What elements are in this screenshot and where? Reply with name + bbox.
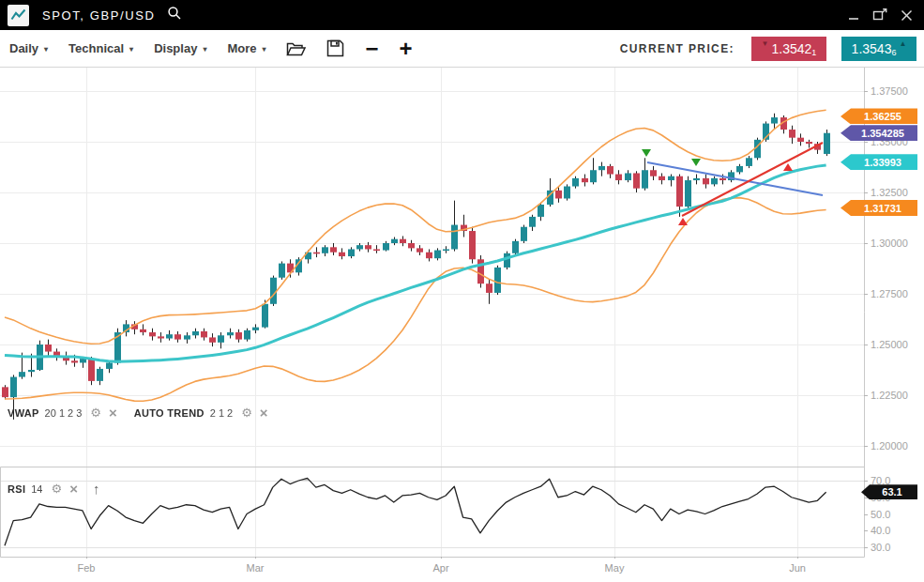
menu-more[interactable]: More▾ [227,41,265,55]
price-level-badge: 1.31731 [841,200,917,216]
rsi-legend-name: RSI [8,483,25,495]
ask-value: 1.3543 [852,41,892,56]
rsi-remove-icon[interactable]: × [69,483,78,494]
menu-display[interactable]: Display▾ [154,41,206,55]
autotrend-remove-icon[interactable]: × [260,407,268,418]
vwap-legend-params: 20 1 2 3 [45,407,83,419]
save-icon[interactable] [326,39,344,57]
time-axis-label: Feb [66,562,107,574]
autotrend-legend-params: 2 1 2 [210,407,233,419]
time-axis-label: Jun [777,562,818,574]
rsi-value-badge: 63.1 [861,484,917,499]
time-axis-label: Mar [235,562,276,574]
pane-expand-arrow-icon[interactable]: ↑ [93,481,100,497]
autotrend-legend-name: AUTO TREND [134,407,204,419]
rsi-legend: RSI 14 ⚙ × ↑ [8,481,99,497]
titlebar: SPOT, GBP/USD [0,0,924,30]
ask-fraction: 6 [891,48,896,57]
app-logo-icon [8,5,29,26]
chevron-down-icon: ▾ [203,45,206,54]
price-axis-label: 1.22500 [871,390,922,401]
chart-canvas[interactable] [0,68,868,559]
rsi-axis-label: 70.0 [871,475,922,486]
toolbar: Daily▾Technical▾Display▾More▾ − + CURREN… [0,30,924,68]
open-folder-icon[interactable] [286,40,306,57]
window-controls [845,7,915,23]
price-level-badge: 1.36255 [841,108,917,124]
search-icon[interactable] [167,6,182,24]
chevron-down-icon: ▾ [129,45,133,54]
symbol-title: SPOT, GBP/USD [42,8,156,23]
price-axis-label: 1.20000 [871,440,922,452]
rsi-axis-label: 40.0 [871,525,922,536]
minus-icon: − [365,39,378,58]
vwap-remove-icon[interactable]: × [109,407,117,418]
menu-daily[interactable]: Daily▾ [9,41,48,55]
plus-icon: + [399,39,412,58]
current-price-label: CURRENT PRICE: [620,42,735,55]
price-axis-label: 1.30000 [871,237,922,249]
chevron-down-icon: ▾ [44,45,48,54]
chart-area: 1.375001.350001.325001.300001.275001.250… [0,68,924,582]
bid-fraction: 1 [811,48,816,57]
rsi-axis-label: 50.0 [871,509,922,520]
popout-button[interactable] [871,7,888,23]
rsi-axis-label: 30.0 [871,542,922,553]
rsi-value: 63.1 [882,486,901,498]
minimize-button[interactable] [845,7,862,23]
time-axis-label: Apr [420,562,462,574]
chevron-down-icon: ▾ [262,45,265,54]
price-axis-label: 1.37500 [871,85,922,97]
menu-technical[interactable]: Technical▾ [68,41,133,55]
ask-price-badge: 1.3543 6 ▲ [841,37,916,61]
bid-value: 1.3542 [772,41,812,56]
indicator-legend: VWAP 20 1 2 3 ⚙ × AUTO TREND 2 1 2 ⚙ × [8,406,268,420]
down-arrow-icon: ▼ [762,39,769,48]
vwap-legend-name: VWAP [8,407,39,419]
autotrend-settings-gear-icon[interactable]: ⚙ [241,406,252,420]
zoom-in-button[interactable]: + [399,39,412,58]
menu-bar: Daily▾Technical▾Display▾More▾ [0,41,265,55]
up-arrow-icon: ▲ [899,39,906,48]
time-axis-label: May [594,562,635,574]
rsi-settings-gear-icon[interactable]: ⚙ [52,482,63,496]
price-level-badge: 1.354285 [841,125,917,141]
price-level-badge: 1.33993 [841,154,917,170]
bid-price-badge: ▼ 1.3542 1 [751,37,826,61]
price-axis-label: 1.25000 [871,339,922,350]
price-axis-label: 1.27500 [871,288,922,299]
zoom-out-button[interactable]: − [365,39,378,58]
trading-app-window: SPOT, GBP/USD [0,0,924,582]
vwap-settings-gear-icon[interactable]: ⚙ [90,406,101,420]
rsi-legend-period: 14 [31,483,42,495]
close-icon[interactable] [898,7,915,23]
price-axis-label: 1.32500 [871,187,922,198]
